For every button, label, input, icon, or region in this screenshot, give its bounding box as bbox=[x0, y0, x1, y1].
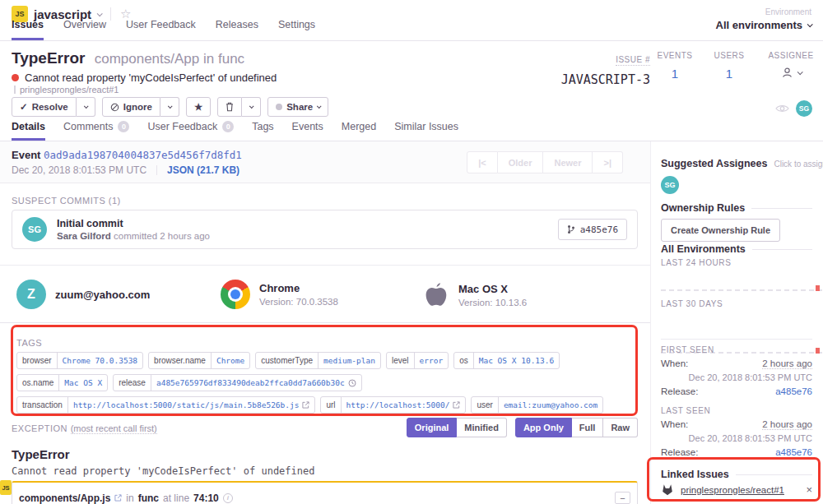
os-name: Mac OS X bbox=[458, 283, 527, 295]
resolve-button[interactable]: ✓Resolve bbox=[12, 97, 77, 117]
nav-tab-releases[interactable]: Releases bbox=[216, 19, 258, 40]
event-id-link[interactable]: 0ad9ada198704004837e5d456f7d8fd1 bbox=[44, 149, 242, 161]
stack-frame[interactable]: components/App.js in func at line 74:10 … bbox=[12, 481, 638, 504]
event-date: Dec 20, 2018 8:01:53 PM UTC bbox=[12, 164, 146, 176]
tag-pill: customerTypemedium-plan bbox=[255, 352, 381, 369]
issue-annotation-text[interactable]: pringlesprongles/react#1 bbox=[20, 85, 119, 95]
toggle-raw[interactable]: Raw bbox=[603, 418, 638, 437]
commit-sha-button[interactable]: a485e76 bbox=[558, 219, 627, 240]
create-ownership-rule-button[interactable]: Create Ownership Rule bbox=[661, 219, 780, 242]
tag-value[interactable]: email:zuum@yahoo.com bbox=[498, 397, 602, 413]
tab-events[interactable]: Events bbox=[292, 119, 323, 141]
toggle-minified[interactable]: Minified bbox=[457, 418, 507, 437]
commit-meta: committed 2 hours ago bbox=[114, 231, 210, 241]
environment-value[interactable]: All environments bbox=[716, 19, 802, 31]
info-icon[interactable]: i bbox=[223, 493, 233, 503]
last-seen-release-row: Release:a485e76 bbox=[661, 447, 812, 457]
tag-key: customerType bbox=[256, 353, 318, 368]
tag-value[interactable]: Chrome 70.0.3538 bbox=[57, 353, 143, 368]
event-toolbar: Event 0ad9ada198704004837e5d456f7d8fd1 D… bbox=[0, 141, 650, 183]
browser-name: Chrome bbox=[259, 282, 338, 294]
collapse-frame-button[interactable]: − bbox=[615, 492, 630, 504]
issue-type: TypeError bbox=[12, 49, 85, 67]
chrome-icon bbox=[221, 280, 250, 309]
avatar[interactable]: SG bbox=[796, 100, 812, 117]
share-button[interactable]: Share bbox=[267, 97, 328, 117]
tab-user-feedback[interactable]: User Feedback0 bbox=[147, 119, 234, 141]
external-link-icon[interactable] bbox=[114, 494, 122, 502]
last-seen-date: Dec 20, 2018 8:01:53 PM UTC bbox=[661, 433, 812, 443]
event-label: Event bbox=[12, 149, 40, 161]
event-json-link[interactable]: JSON (21.7 KB) bbox=[167, 164, 239, 176]
tag-pill: osMac OS X 10.13.6 bbox=[453, 352, 560, 369]
delete-button[interactable] bbox=[217, 97, 242, 117]
commit-card: SG Initial commit Sara Gilford committed… bbox=[12, 210, 638, 249]
nav-tab-issues[interactable]: Issues bbox=[12, 19, 44, 40]
tab-comments[interactable]: Comments0 bbox=[63, 119, 129, 141]
resolve-dropdown-button[interactable] bbox=[77, 97, 95, 117]
environment-label: Environment bbox=[716, 7, 811, 16]
chevron-down-icon[interactable] bbox=[797, 69, 802, 75]
tab-details[interactable]: Details bbox=[12, 119, 45, 141]
tab-similar-issues[interactable]: Similar Issues bbox=[394, 119, 458, 141]
assignee-label: ASSIGNEE bbox=[767, 51, 815, 60]
comments-count-badge: 0 bbox=[118, 121, 129, 132]
tag-key: release bbox=[114, 375, 151, 391]
last-seen-release-link[interactable]: a485e76 bbox=[775, 447, 812, 457]
last-seen-when-row: When:2 hours ago bbox=[661, 419, 812, 430]
gitlab-mini-icon bbox=[14, 86, 16, 94]
suggested-assignee-avatar[interactable]: SG bbox=[661, 176, 679, 194]
assignee-person-icon[interactable] bbox=[781, 67, 793, 79]
linked-issue-link[interactable]: pringlesprongles/react#1 bbox=[681, 485, 799, 495]
tag-key: browser.name bbox=[149, 353, 211, 368]
first-event-button[interactable]: |< bbox=[467, 151, 498, 173]
external-link-icon[interactable] bbox=[453, 401, 460, 409]
close-icon[interactable]: × bbox=[806, 483, 812, 496]
user-avatar: Z bbox=[16, 280, 46, 309]
issue-message-text: Cannot read property 'myCodeIsPerfect' o… bbox=[25, 72, 277, 84]
nav-tab-overview[interactable]: Overview bbox=[63, 19, 106, 40]
tag-value[interactable]: a485e765976df833490deab2ffca0dd7a660b30c bbox=[156, 378, 345, 387]
tag-pill: useremail:zuum@yahoo.com bbox=[471, 396, 603, 414]
tag-key: transaction bbox=[17, 397, 67, 413]
tag-value[interactable]: Mac OS X bbox=[58, 375, 107, 391]
javascript-platform-icon: JS bbox=[0, 480, 12, 495]
toggle-app-only[interactable]: App Only bbox=[515, 418, 572, 437]
event-context-row: Z zuum@yahoo.com Chrome Version: 70.0.35… bbox=[0, 265, 650, 323]
tag-value[interactable]: http://localhost:5000/static/js/main.5b8… bbox=[73, 400, 300, 409]
tag-value[interactable]: Chrome bbox=[211, 353, 249, 368]
frame-filename[interactable]: components/App.js bbox=[19, 492, 110, 504]
environment-picker[interactable]: Environment All environments bbox=[716, 7, 811, 31]
last-24-hours-label: LAST 24 HOURS bbox=[661, 258, 812, 267]
issue-number-label: ISSUE # bbox=[616, 55, 650, 66]
external-link-icon[interactable] bbox=[302, 401, 309, 409]
chevron-down-icon bbox=[317, 104, 322, 109]
newer-event-button[interactable]: Newer bbox=[543, 151, 593, 173]
first-seen-release-link[interactable]: a485e76 bbox=[775, 386, 812, 396]
events-count[interactable]: 1 bbox=[654, 67, 695, 81]
tag-value[interactable]: medium-plan bbox=[318, 353, 380, 368]
star-button[interactable]: ★ bbox=[186, 97, 211, 117]
tag-value[interactable]: Mac OS X 10.13.6 bbox=[473, 353, 560, 368]
tab-merged[interactable]: Merged bbox=[342, 119, 376, 141]
delete-dropdown-button[interactable] bbox=[242, 97, 261, 117]
linked-issues-heading: Linked Issues bbox=[661, 469, 812, 480]
frame-in-label: in bbox=[126, 492, 133, 504]
tag-key: user bbox=[472, 397, 497, 413]
user-email: zuum@yahoo.com bbox=[55, 289, 150, 301]
users-count[interactable]: 1 bbox=[710, 67, 748, 81]
git-branch-icon bbox=[567, 224, 575, 234]
nav-tab-user-feedback[interactable]: User Feedback bbox=[126, 19, 196, 40]
older-event-button[interactable]: Older bbox=[498, 151, 544, 173]
tag-value[interactable]: http://localhost:5000/ bbox=[346, 400, 450, 409]
tag-pill: releasea485e765976df833490deab2ffca0dd7a… bbox=[113, 374, 362, 391]
toggle-original[interactable]: Original bbox=[407, 418, 458, 437]
issue-culprit: components/App in func bbox=[95, 51, 244, 67]
ignore-button[interactable]: Ignore bbox=[102, 97, 160, 117]
toggle-full[interactable]: Full bbox=[572, 418, 604, 437]
last-event-button[interactable]: >| bbox=[593, 151, 623, 173]
nav-tab-settings[interactable]: Settings bbox=[278, 19, 315, 40]
tag-value[interactable]: error bbox=[414, 353, 449, 368]
ignore-dropdown-button[interactable] bbox=[160, 97, 179, 117]
tab-tags[interactable]: Tags bbox=[252, 119, 273, 141]
